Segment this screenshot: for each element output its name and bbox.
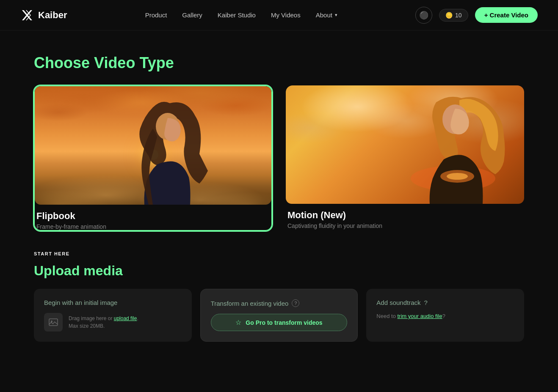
- flipbook-card[interactable]: Flipbook Frame-by-frame animation: [34, 85, 272, 231]
- upload-grid: Begin with an initial image Drag image h…: [34, 289, 524, 342]
- motion-title: Motion (New): [287, 210, 522, 221]
- upload-image-text: Drag image here or upload file. Max size…: [69, 315, 138, 330]
- nav-links: Product Gallery Kaiber Studio My Videos …: [145, 11, 337, 19]
- navigation: Kaiber Product Gallery Kaiber Studio My …: [0, 0, 558, 30]
- nav-gallery[interactable]: Gallery: [182, 11, 202, 19]
- nav-my-videos[interactable]: My Videos: [271, 11, 301, 19]
- video-type-grid: Flipbook Frame-by-frame animation: [34, 85, 524, 231]
- logo-icon: [20, 8, 34, 22]
- logo[interactable]: Kaiber: [20, 8, 67, 22]
- initial-image-card[interactable]: Begin with an initial image Drag image h…: [34, 289, 192, 342]
- svg-point-4: [447, 173, 468, 180]
- soundtrack-title: Add soundtrack ?: [376, 299, 514, 306]
- go-pro-label: Go Pro to transform videos: [246, 319, 322, 326]
- flipbook-figure: [119, 95, 212, 205]
- motion-image: [286, 85, 524, 204]
- motion-desc: Captivating fluidity in your animation: [287, 222, 522, 229]
- user-profile-button[interactable]: ⚫: [415, 7, 432, 24]
- trim-text: Need to trim your audio file?: [376, 313, 514, 319]
- nav-studio[interactable]: Kaiber Studio: [218, 11, 256, 19]
- nav-right: ⚫ 🪙 10 + Create Video: [415, 7, 538, 24]
- user-icon: ⚫: [419, 11, 428, 20]
- motion-label: Motion (New) Captivating fluidity in you…: [286, 210, 524, 229]
- initial-image-title: Begin with an initial image: [44, 299, 182, 306]
- credits-display[interactable]: 🪙 10: [439, 9, 468, 22]
- flipbook-label: Flipbook Frame-by-frame animation: [35, 211, 271, 230]
- chevron-down-icon: ▾: [335, 12, 337, 18]
- go-pro-button[interactable]: ☆ Go Pro to transform videos: [211, 314, 348, 331]
- main-content: Choose Video Type: [0, 30, 558, 359]
- motion-card[interactable]: Motion (New) Captivating fluidity in you…: [286, 85, 524, 231]
- motion-figure: [394, 85, 512, 204]
- upload-file-link[interactable]: upload file: [114, 315, 137, 321]
- image-placeholder-icon: [44, 313, 63, 332]
- upload-image-area: Drag image here or upload file. Max size…: [44, 313, 182, 332]
- motion-background: [286, 85, 524, 204]
- soundtrack-help-icon[interactable]: ?: [424, 299, 428, 306]
- flipbook-desc: Frame-by-frame animation: [36, 223, 270, 230]
- create-video-button[interactable]: + Create Video: [475, 7, 538, 23]
- image-icon: [48, 317, 58, 327]
- trim-audio-link[interactable]: trim your audio file: [397, 313, 442, 319]
- nav-about-label: About: [316, 11, 332, 19]
- transform-help-icon[interactable]: ?: [292, 299, 299, 307]
- upload-media-title: Upload media: [34, 263, 524, 279]
- flipbook-background: [35, 86, 271, 205]
- credits-icon: 🪙: [445, 12, 453, 19]
- svg-rect-5: [49, 319, 58, 326]
- transform-video-card: Transform an existing video ? ☆ Go Pro t…: [200, 289, 358, 342]
- flipbook-title: Flipbook: [36, 211, 270, 222]
- choose-video-type-title: Choose Video Type: [34, 54, 524, 72]
- soundtrack-card: Add soundtrack ? Need to trim your audio…: [366, 289, 524, 342]
- nav-about[interactable]: About ▾: [316, 11, 337, 19]
- create-video-label: + Create Video: [484, 11, 528, 19]
- credits-count: 10: [455, 12, 462, 19]
- start-here-label: START HERE: [34, 251, 524, 256]
- flipbook-image: [35, 86, 271, 205]
- transform-video-title: Transform an existing video ?: [211, 299, 348, 307]
- nav-product[interactable]: Product: [145, 11, 167, 19]
- star-icon: ☆: [235, 318, 241, 326]
